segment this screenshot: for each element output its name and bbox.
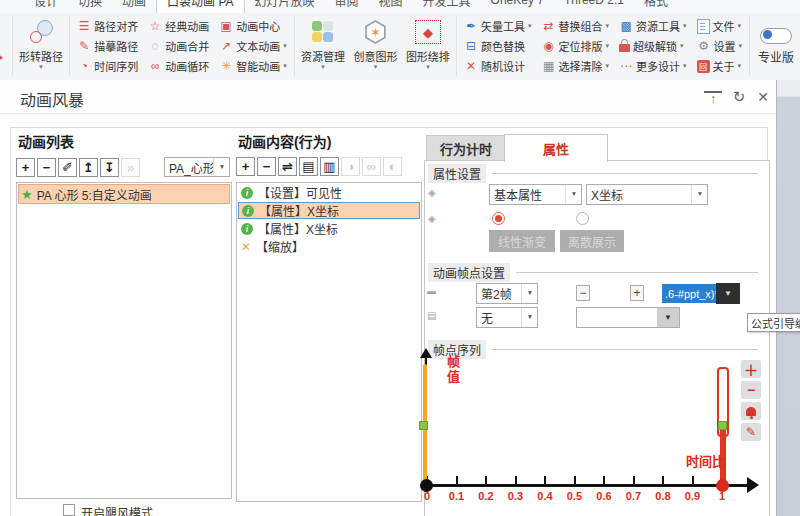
behavior-item[interactable]: 【缩放】	[238, 238, 420, 255]
ribbon-big-button[interactable]: 创意图形▾	[349, 13, 401, 79]
ribbon-tab[interactable]: 格式	[634, 0, 678, 13]
ribbon-big-button[interactable]: 形转路径▾	[15, 13, 67, 79]
behavior-item[interactable]: 【属性】X坐标	[238, 220, 420, 237]
behavior-item[interactable]: 【属性】X坐标	[238, 202, 420, 219]
ribbon-small-button[interactable]: ✎描摹路径	[75, 38, 140, 54]
tab-behavior-timing[interactable]: 行为计时	[426, 135, 506, 162]
ribbon-button-label: 动画合并	[165, 38, 209, 54]
ribbon-small-button[interactable]: ▣动画中心	[217, 18, 289, 34]
ribbon-small-button[interactable]: ◉定位排版▾	[540, 38, 612, 54]
ribbon-small-button[interactable]: ∞动画循环	[146, 58, 211, 74]
ribbon-button-label: 更多设计	[636, 58, 680, 74]
add-frame-button[interactable]: ＋	[741, 360, 761, 378]
plus-icon[interactable]: +	[16, 158, 35, 177]
ribbon-big-button[interactable]: 图形绕排▾	[402, 13, 454, 79]
discrete-display-button[interactable]: 离散展示	[560, 230, 624, 252]
frame-icon: ▬	[427, 286, 436, 296]
value-input[interactable]: .6-#ppt_x)*4	[662, 284, 720, 303]
ribbon-tab[interactable]: 幻灯片放映	[245, 0, 325, 13]
edit-frame-button[interactable]	[741, 423, 761, 441]
tab-properties[interactable]: 属性	[504, 134, 608, 162]
refresh-icon[interactable]: ⇌	[278, 157, 297, 176]
value-dropdown-button[interactable]	[716, 283, 740, 304]
ribbon-small-button[interactable]: 超级解锁▾	[617, 38, 689, 54]
ribbon-small-button[interactable]: 关于▾	[695, 58, 745, 74]
frame-strategy-dropdown[interactable]: 无	[476, 307, 538, 328]
formula-dropdown-button[interactable]	[657, 308, 679, 327]
minus-icon[interactable]: −	[37, 158, 56, 177]
ribbon-small-button[interactable]: ✒矢量工具▾	[462, 18, 534, 34]
start-frame-point[interactable]	[420, 479, 433, 492]
hurricane-mode-checkbox[interactable]	[63, 504, 75, 516]
brush-icon[interactable]: ✐	[58, 158, 77, 177]
ribbon-small-button[interactable]: ☰路径对齐	[75, 18, 140, 34]
start-frame-handle[interactable]	[419, 421, 428, 430]
chevron-down-icon	[213, 158, 229, 176]
ribbon-small-button[interactable]: ◌动画合并	[146, 38, 211, 54]
ribbon-tab[interactable]: 开发工具	[413, 0, 481, 13]
timeline-tick-label: 0.2	[474, 490, 498, 502]
animation-storm-dialog: 动画风暴 动画列表 +−✐↥↧» PA_心形 5 PA 心形 5:自定义动画 开…	[0, 80, 777, 516]
move-up-icon[interactable]: ↥	[79, 158, 98, 177]
list-item[interactable]: PA 心形 5:自定义动画	[18, 184, 230, 204]
close-icon[interactable]	[754, 88, 772, 106]
ribbon-tab[interactable]: 切换	[68, 0, 112, 13]
ribbon-column: ☆经典动画◌动画合并∞动画循环	[143, 13, 214, 79]
minus-icon[interactable]: −	[257, 157, 276, 176]
ribbon-small-button[interactable]: ⇄替换组合▾	[540, 18, 612, 34]
text-anim-icon: ↗	[219, 40, 233, 52]
end-frame-handle[interactable]	[718, 421, 727, 430]
current-frame-dropdown[interactable]: 第2帧	[476, 283, 538, 304]
end-frame-point[interactable]	[716, 479, 729, 492]
ribbon-tab[interactable]: ThreeD 2.1	[554, 0, 634, 13]
time-decrease-button[interactable]: −	[576, 285, 590, 301]
ribbon-tab[interactable]: OneKey 7	[481, 0, 554, 13]
ribbon-small-button[interactable]: ⋯更多设计▾	[617, 58, 689, 74]
ribbon-small-button[interactable]: ✳智能动画▾	[217, 58, 289, 74]
ribbon-tab[interactable]: 口袋动画 PA	[156, 0, 244, 13]
hurricane-mode-label: 开启飓风模式	[81, 504, 153, 516]
linear-gradient-button[interactable]: 线性渐变	[489, 230, 555, 252]
time-increase-button[interactable]: +	[630, 285, 644, 301]
ribbon-tab[interactable]: 审阅	[325, 0, 369, 13]
ribbon-small-button[interactable]: 文件▾	[695, 18, 745, 34]
plus-icon[interactable]: +	[236, 157, 255, 176]
ribbon-button-label: 定位排版	[559, 38, 603, 54]
behavior-list[interactable]: 【设置】可见性【属性】X坐标【属性】X坐标【缩放】	[236, 182, 422, 502]
formula-input[interactable]	[576, 307, 680, 328]
paste-icon[interactable]: ▥	[320, 157, 339, 176]
ribbon-small-button[interactable]: ✕随机设计	[462, 58, 534, 74]
value-mode-radio[interactable]	[576, 212, 589, 225]
info-icon	[241, 187, 253, 199]
bell-button[interactable]	[741, 402, 761, 420]
ribbon-small-button[interactable]: ☆经典动画	[146, 18, 211, 34]
behavior-item[interactable]: 【设置】可见性	[238, 184, 420, 201]
keyframe-mode-radio[interactable]	[492, 212, 505, 225]
ribbon-small-button[interactable]: ▩资源工具▾	[617, 18, 689, 34]
refresh-icon[interactable]	[730, 88, 748, 106]
ribbon-big-button[interactable]: 资源管理▾	[297, 13, 349, 79]
animation-list[interactable]: PA 心形 5:自定义动画	[16, 182, 232, 499]
ribbon-small-button[interactable]: ▦选择清除▾	[540, 58, 612, 74]
pin-top-icon[interactable]	[704, 91, 722, 106]
ribbon-tab[interactable]: 视图	[369, 0, 413, 13]
edition-toggle[interactable]	[760, 28, 792, 44]
chevron-down-icon: ▾	[39, 64, 43, 70]
bell-icon	[746, 407, 756, 416]
resource-manage-icon	[312, 21, 334, 43]
ribbon-small-button[interactable]: ⚙设置▾	[695, 38, 745, 54]
ribbon-tab[interactable]: 设计	[24, 0, 68, 13]
behavior-item-label: 【属性】X坐标	[259, 202, 339, 219]
ribbon-small-button[interactable]: ⊟颜色替换	[462, 38, 534, 54]
ribbon-tab[interactable]: 动画	[112, 0, 156, 13]
ribbon-small-button[interactable]: ◔时间序列	[75, 58, 140, 74]
move-down-icon[interactable]: ↧	[100, 158, 119, 177]
animation-select-dropdown[interactable]: PA_心形 5	[164, 157, 230, 177]
ribbon-small-button[interactable]: ↗文本动画▾	[217, 38, 289, 54]
chevron-down-icon: ▾	[680, 42, 684, 50]
property-name-dropdown[interactable]: X坐标	[586, 184, 708, 205]
property-category-dropdown[interactable]: 基本属性	[489, 184, 582, 205]
timeline-tick-label: 0.5	[563, 490, 587, 502]
copy-icon[interactable]: ▤	[299, 157, 318, 176]
remove-frame-button[interactable]: −	[741, 381, 761, 399]
